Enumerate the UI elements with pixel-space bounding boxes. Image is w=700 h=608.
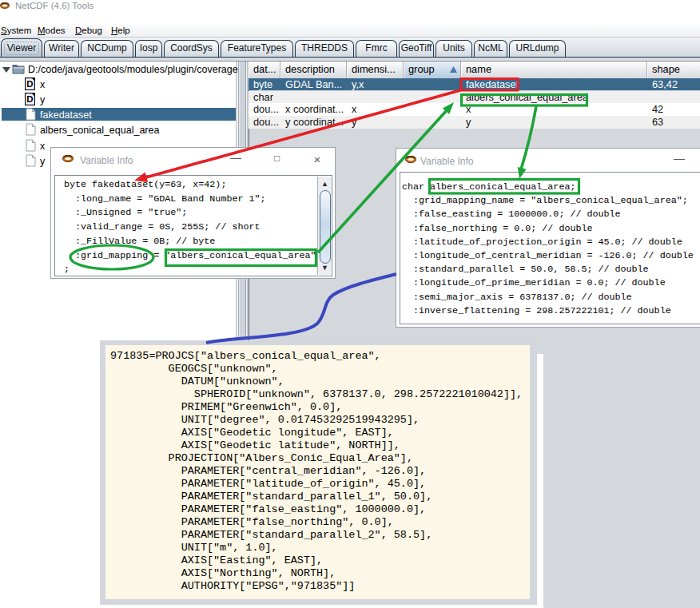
svg-text:D: D — [26, 78, 33, 88]
svg-text:D: D — [26, 94, 33, 104]
